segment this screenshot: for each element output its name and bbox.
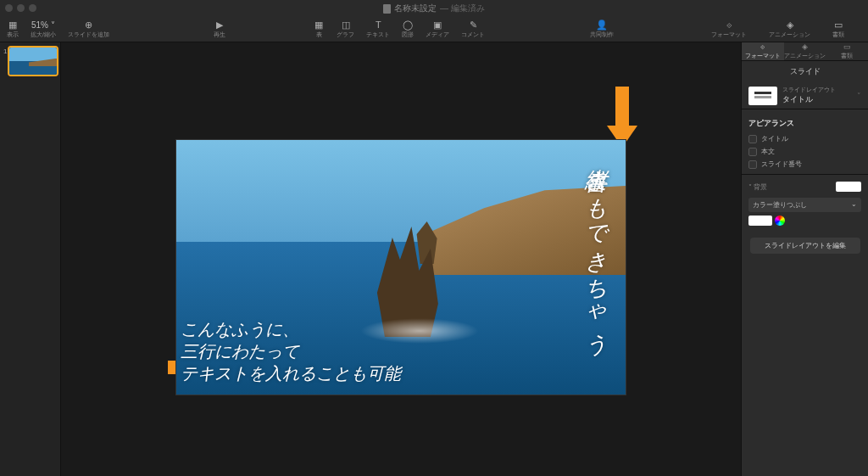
checkbox-slide-number[interactable]: スライド番号 [748, 158, 861, 171]
slide-navigator[interactable]: 1 [0, 42, 61, 476]
document-icon [383, 4, 391, 14]
fill-type-select[interactable]: カラー塗りつぶし⌄ [748, 198, 861, 212]
media-button[interactable]: ▣メディア [426, 20, 449, 39]
format-panel-button[interactable]: ⟐フォーマット [711, 20, 747, 39]
edit-layout-button[interactable]: スライドレイアウトを編集 [750, 238, 860, 254]
document-panel-button[interactable]: ▭書類 [832, 20, 844, 39]
tab-animate[interactable]: ◈アニメーション [784, 42, 826, 60]
chart-button[interactable]: ◫グラフ [337, 20, 354, 39]
text-button[interactable]: Tテキスト [366, 20, 390, 39]
slide[interactable]: こんなふうに、 三行にわたって テキストを入れることも可能 縦書きもできちゃう [176, 140, 626, 395]
chevron-down-icon: ˅ [857, 92, 861, 100]
color-well[interactable] [748, 216, 772, 226]
window-titlebar: 名称未設定 — 編集済み [0, 0, 868, 17]
document-title: 名称未設定 [394, 3, 437, 14]
edited-status: — 編集済み [440, 3, 485, 14]
background-disclosure[interactable]: ˅ 背景 [748, 182, 767, 192]
slide-thumbnail-1[interactable]: 1 [3, 48, 57, 75]
color-wheel-icon[interactable] [775, 216, 785, 226]
checkbox-body[interactable]: 本文 [748, 145, 861, 158]
shape-button[interactable]: ◯図形 [402, 20, 414, 39]
appearance-heading: アピアランス [748, 113, 861, 132]
checkbox-title[interactable]: タイトル [748, 132, 861, 145]
background-swatch[interactable] [836, 182, 861, 192]
vertical-text-box[interactable]: 縦書きもできちゃう [581, 152, 610, 383]
play-button[interactable]: ▶再生 [214, 20, 225, 39]
comment-button[interactable]: ✎コメント [461, 20, 485, 39]
animate-panel-button[interactable]: ◈アニメーション [769, 20, 810, 39]
add-slide-button[interactable]: ⊕スライドを追加 [68, 20, 109, 39]
tab-format[interactable]: ⟐フォーマット [742, 42, 784, 60]
tab-document[interactable]: ▭書類 [826, 42, 868, 60]
zoom-control[interactable]: 51% ˅拡大/縮小 [31, 20, 56, 39]
slide-layout-picker[interactable]: スライドレイアウト タイトル ˅ [742, 82, 868, 109]
canvas[interactable]: こんなふうに、 三行にわたって テキストを入れることも可能 縦書きもできちゃう [61, 42, 741, 476]
inspector-panel: ⟐フォーマット ◈アニメーション ▭書類 スライド スライドレイアウト タイトル… [741, 42, 868, 476]
table-button[interactable]: ▦表 [313, 20, 325, 39]
annotation-arrow-down [607, 87, 637, 148]
layout-thumb-icon [748, 87, 777, 105]
view-button[interactable]: ▦表示 [7, 20, 19, 39]
toolbar: ▦表示 51% ˅拡大/縮小 ⊕スライドを追加 ▶再生 ▦表 ◫グラフ Tテキス… [0, 17, 868, 42]
collab-button[interactable]: 👤共同制作 [590, 20, 614, 39]
horizontal-text-box[interactable]: こんなふうに、 三行にわたって テキストを入れることも可能 [181, 318, 401, 384]
traffic-lights[interactable] [5, 4, 36, 12]
inspector-title: スライド [742, 61, 868, 82]
